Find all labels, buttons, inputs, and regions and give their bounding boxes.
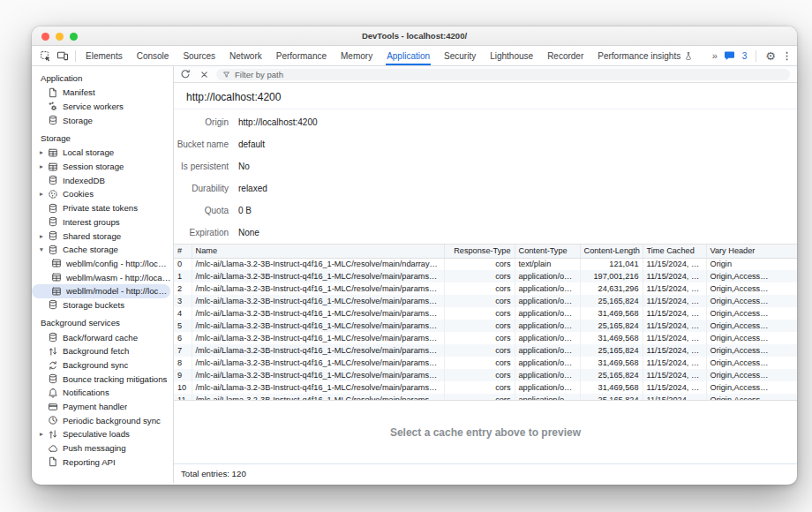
more-tabs-icon[interactable]: » (712, 50, 718, 61)
sidebar-item-session-storage[interactable]: ▸Session storage (32, 160, 173, 174)
sidebar-item-label: Payment handler (63, 402, 127, 411)
tab-recorder[interactable]: Recorder (540, 46, 590, 65)
tab-performance-insights[interactable]: Performance insights (590, 46, 700, 65)
cache-entry-row[interactable]: 0/mlc-ai/Llama-3.2-3B-Instruct-q4f16_1-M… (174, 258, 797, 270)
tab-label: Lighthouse (490, 51, 533, 61)
tab-console[interactable]: Console (130, 46, 177, 65)
cell: cors (444, 394, 515, 401)
sidebar-item-local-storage[interactable]: ▸Local storage (32, 146, 173, 160)
zoom-window-button[interactable] (70, 33, 78, 41)
sidebar-item-background-sync[interactable]: Background sync (32, 358, 173, 373)
sidebar-item-label: Cache storage (63, 245, 118, 254)
chevron-right-icon[interactable]: ▸ (36, 190, 47, 198)
chevron-right-icon[interactable]: ▸ (36, 148, 47, 156)
tab-application[interactable]: Application (380, 46, 437, 65)
cell: application/oc… (515, 381, 580, 394)
chevron-right-icon[interactable]: ▸ (36, 430, 47, 438)
cell: /mlc-ai/Llama-3.2-3B-Instruct-q4f16_1-ML… (192, 282, 444, 295)
column-header--[interactable]: # (174, 245, 192, 258)
chevron-right-icon[interactable]: ▸ (36, 162, 47, 170)
issues-chat-icon[interactable] (724, 49, 736, 62)
tab-lighthouse[interactable]: Lighthouse (483, 46, 540, 65)
sidebar-item-label: Session storage (63, 162, 124, 171)
cache-entry-row[interactable]: 10/mlc-ai/Llama-3.2-3B-Instruct-q4f16_1-… (174, 381, 797, 394)
sidebar-item-private-state-tokens[interactable]: Private state tokens (32, 201, 173, 215)
cell: 8 (174, 357, 192, 369)
cache-entry-row[interactable]: 3/mlc-ai/Llama-3.2-3B-Instruct-q4f16_1-M… (174, 295, 797, 307)
sidebar-item-background-fetch[interactable]: Background fetch (32, 344, 173, 358)
tab-elements[interactable]: Elements (79, 46, 130, 65)
filter-by-path-input[interactable] (235, 70, 784, 79)
cell: /mlc-ai/Llama-3.2-3B-Instruct-q4f16_1-ML… (192, 394, 444, 401)
minimize-window-button[interactable] (56, 33, 64, 41)
tab-network[interactable]: Network (222, 46, 269, 65)
cache-entry-row[interactable]: 9/mlc-ai/Llama-3.2-3B-Instruct-q4f16_1-M… (174, 369, 797, 381)
cache-entry-row[interactable]: 11/mlc-ai/Llama-3.2-3B-Instruct-q4f16_1-… (174, 394, 797, 401)
sidebar-item-label: Private state tokens (63, 203, 138, 213)
sidebar-item-shared-storage[interactable]: ▸Shared storage (32, 229, 173, 243)
chevron-right-icon[interactable]: ▸ (36, 232, 47, 240)
sidebar-item-indexeddb[interactable]: IndexedDB (32, 173, 173, 187)
sidebar-item-cookies[interactable]: ▸Cookies (32, 187, 173, 201)
column-header-vary-header[interactable]: Vary Header (706, 245, 797, 258)
sidebar-item-bounce-tracking-mitigations[interactable]: Bounce tracking mitigations (32, 372, 173, 386)
cache-entry-row[interactable]: 6/mlc-ai/Llama-3.2-3B-Instruct-q4f16_1-M… (174, 332, 797, 344)
sidebar-item-notifications[interactable]: Notifications (32, 386, 173, 400)
sidebar-item-webllm-wasm-http-loca[interactable]: webllm/wasm - http://loca… (32, 270, 173, 284)
delete-selected-icon[interactable] (198, 68, 210, 80)
settings-gear-icon[interactable]: ⚙ (765, 50, 776, 62)
column-header-name[interactable]: Name (192, 245, 444, 258)
meta-label: Expiration (174, 228, 229, 237)
column-header-time-cached[interactable]: Time Cached (643, 245, 706, 258)
cache-entry-row[interactable]: 5/mlc-ai/Llama-3.2-3B-Instruct-q4f16_1-M… (174, 320, 797, 332)
sidebar-item-webllm-config-http-loc[interactable]: webllm/config - http://loc… (32, 257, 173, 271)
meta-row-expiration: ExpirationNone (174, 222, 797, 244)
sidebar-item-cache-storage[interactable]: ▾Cache storage (32, 243, 173, 257)
sidebar-item-payment-handler[interactable]: Payment handler (32, 400, 173, 414)
close-window-button[interactable] (41, 33, 49, 41)
tab-memory[interactable]: Memory (334, 46, 380, 65)
inspect-icon[interactable] (39, 49, 51, 62)
total-entries: Total entries: 120 (181, 469, 246, 478)
filter-field[interactable] (216, 69, 790, 80)
database-icon (47, 244, 59, 255)
cache-entry-row[interactable]: 7/mlc-ai/Llama-3.2-3B-Instruct-q4f16_1-M… (174, 344, 797, 357)
column-header-content-type[interactable]: Content-Type (515, 245, 580, 258)
cell: cors (444, 320, 515, 332)
chevron-down-icon[interactable]: ▾ (36, 245, 47, 253)
sidebar-item-back-forward-cache[interactable]: Back/forward cache (32, 330, 173, 344)
device-toolbar-icon[interactable] (56, 49, 69, 62)
cell: text/plain (515, 258, 580, 270)
cache-entry-row[interactable]: 4/mlc-ai/Llama-3.2-3B-Instruct-q4f16_1-M… (174, 307, 797, 320)
sidebar-item-storage[interactable]: Storage (32, 113, 173, 127)
sidebar-item-push-messaging[interactable]: Push messaging (32, 441, 173, 456)
tab-sources[interactable]: Sources (176, 46, 222, 65)
sidebar-item-service-workers[interactable]: Service workers (32, 100, 173, 114)
sidebar-item-webllm-model-http-loc[interactable]: webllm/model - http://loc… (32, 284, 170, 298)
sidebar-item-periodic-background-sync[interactable]: Periodic background sync (32, 413, 173, 427)
column-header-content-length[interactable]: Content-Length (580, 245, 643, 258)
tab-security[interactable]: Security (437, 46, 483, 65)
sidebar-item-label: webllm/wasm - http://loca… (66, 273, 170, 282)
sidebar-item-label: Shared storage (63, 231, 121, 241)
tab-performance[interactable]: Performance (269, 46, 334, 65)
cache-entry-row[interactable]: 8/mlc-ai/Llama-3.2-3B-Instruct-q4f16_1-M… (174, 357, 797, 369)
sidebar-item-manifest[interactable]: Manifest (32, 86, 173, 100)
cache-entry-row[interactable]: 1/mlc-ai/Llama-3.2-3B-Instruct-q4f16_1-M… (174, 270, 797, 282)
cache-entry-row[interactable]: 2/mlc-ai/Llama-3.2-3B-Instruct-q4f16_1-M… (174, 282, 797, 295)
sidebar-item-speculative-loads[interactable]: ▸Speculative loads (32, 427, 173, 441)
kebab-menu-icon[interactable]: ⋮ (782, 50, 792, 62)
cell: Origin,Access… (706, 344, 797, 357)
meta-label: Is persistent (174, 162, 229, 171)
window-title: DevTools - localhost:4200/ (362, 31, 467, 41)
refresh-icon[interactable] (179, 68, 192, 80)
sidebar-item-storage-buckets[interactable]: Storage buckets (32, 298, 173, 312)
sidebar-item-label: webllm/model - http://loc… (66, 286, 167, 296)
cell: 31,469,568 (580, 357, 643, 369)
cell: 11/15/2024, 10… (643, 258, 706, 270)
panel-tabs: ElementsConsoleSourcesNetworkPerformance… (79, 46, 700, 65)
sidebar-item-interest-groups[interactable]: Interest groups (32, 215, 173, 230)
issues-count-badge[interactable]: 3 (742, 51, 748, 61)
column-header-response-type[interactable]: Response-Type (444, 245, 515, 258)
sidebar-item-reporting-api[interactable]: Reporting API (32, 456, 173, 470)
